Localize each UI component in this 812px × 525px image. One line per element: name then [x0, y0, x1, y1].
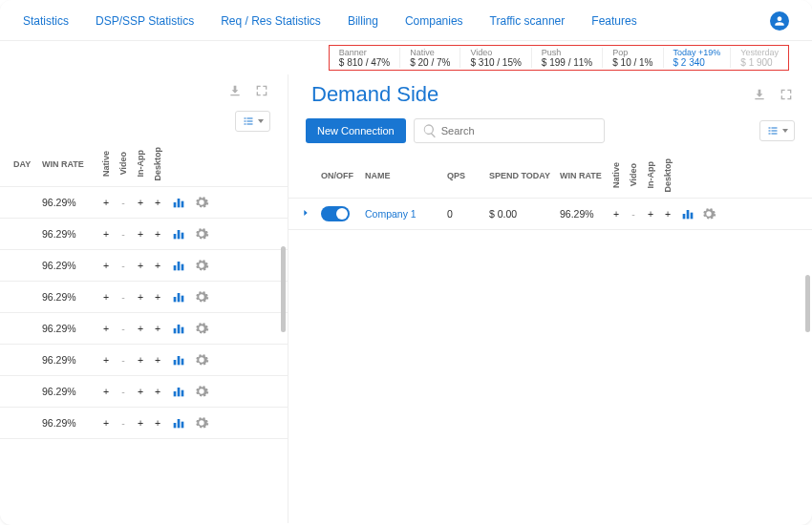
svg-rect-20 [182, 327, 184, 334]
desktop-cell: + [149, 228, 166, 240]
gear-icon[interactable] [193, 257, 210, 274]
stat-push: Push$ 199 / 11% [532, 48, 603, 68]
col-desktop[interactable]: Desktop [149, 147, 166, 181]
desktop-cell: + [149, 291, 166, 303]
scrollbar[interactable] [281, 246, 286, 332]
col-day[interactable]: DAY [0, 159, 38, 169]
native-cell: + [97, 417, 115, 429]
video-cell: - [115, 197, 132, 208]
download-icon[interactable] [226, 82, 244, 99]
gear-icon[interactable] [193, 225, 210, 242]
stat-today: Today +19%$ 2 340 [664, 48, 732, 68]
inapp-cell: + [132, 228, 149, 240]
col-inapp[interactable]: In-App [132, 150, 149, 178]
chevron-down-icon [782, 129, 788, 133]
top-nav: Statistics DSP/SSP Statistics Req / Res … [0, 0, 812, 41]
chart-icon[interactable] [170, 257, 187, 274]
chart-icon[interactable] [170, 414, 187, 431]
svg-rect-22 [178, 356, 181, 365]
nav-companies[interactable]: Companies [405, 14, 463, 28]
inapp-cell: + [132, 197, 149, 208]
col-video[interactable]: Video [625, 163, 642, 186]
stat-banner: Banner$ 810 / 47% [330, 48, 400, 68]
nav-dsp-ssp[interactable]: DSP/SSP Statistics [96, 14, 194, 28]
video-cell: - [115, 386, 132, 397]
nav-traffic-scanner[interactable]: Traffic scanner [490, 14, 566, 28]
chart-icon[interactable] [170, 351, 187, 368]
svg-rect-25 [178, 388, 181, 396]
new-connection-button[interactable]: New Connection [306, 118, 406, 143]
left-table: DAY WIN RATE Native Video In-App Desktop… [0, 141, 288, 439]
col-desktop[interactable]: Desktop [659, 158, 676, 193]
svg-rect-16 [178, 293, 181, 302]
gear-icon[interactable] [193, 288, 210, 305]
video-cell: - [115, 228, 132, 240]
chart-icon[interactable] [170, 288, 187, 305]
win-rate-cell: 96.29% [38, 323, 97, 334]
nav-statistics[interactable]: Statistics [23, 14, 69, 28]
inapp-cell: + [132, 354, 149, 366]
nav-features[interactable]: Features [591, 14, 636, 28]
desktop-cell: + [149, 417, 166, 429]
native-cell: + [97, 291, 115, 303]
col-onoff[interactable]: ON/OFF [317, 171, 361, 180]
table-row: 96.29% + - + + [0, 376, 288, 408]
gear-icon[interactable] [193, 320, 210, 337]
company-link[interactable]: Company 1 [361, 208, 443, 220]
chart-icon[interactable] [680, 205, 695, 222]
svg-rect-0 [245, 118, 246, 119]
scrollbar[interactable] [805, 275, 810, 332]
nav-req-res[interactable]: Req / Res Statistics [221, 14, 321, 28]
svg-rect-32 [769, 134, 771, 135]
expand-row-button[interactable] [288, 208, 317, 220]
chart-icon[interactable] [170, 383, 187, 400]
svg-rect-35 [772, 134, 778, 135]
list-style-button[interactable] [235, 111, 270, 132]
nav-billing[interactable]: Billing [348, 14, 378, 28]
col-name[interactable]: NAME [361, 171, 443, 180]
search-input[interactable] [414, 118, 605, 143]
svg-rect-21 [174, 360, 177, 365]
fullscreen-icon[interactable] [253, 82, 270, 99]
table-row: 96.29% + - + + [0, 187, 288, 219]
col-native[interactable]: Native [608, 162, 625, 188]
col-win-rate[interactable]: WIN RATE [38, 159, 97, 169]
inapp-cell: + [642, 208, 659, 220]
native-cell: + [97, 386, 115, 397]
account-icon[interactable] [770, 11, 789, 31]
col-qps[interactable]: QPS [443, 171, 485, 180]
chart-icon[interactable] [170, 320, 187, 337]
svg-rect-4 [247, 121, 253, 122]
chart-icon[interactable] [170, 194, 187, 211]
svg-rect-15 [174, 297, 177, 302]
col-native[interactable]: Native [97, 151, 115, 177]
gear-icon[interactable] [193, 414, 210, 431]
gear-icon[interactable] [193, 383, 210, 400]
stats-strip: Banner$ 810 / 47% Native$ 20 / 7% Video$… [0, 41, 812, 74]
col-spend[interactable]: SPEND TODAY [485, 171, 556, 180]
fullscreen-icon[interactable] [778, 86, 795, 103]
gear-icon[interactable] [193, 194, 210, 211]
svg-rect-12 [174, 265, 177, 270]
win-rate-cell: 96.29% [38, 417, 97, 429]
toggle-switch[interactable] [321, 206, 350, 221]
native-cell: + [97, 354, 115, 366]
desktop-cell: + [149, 354, 166, 366]
svg-rect-2 [245, 124, 246, 125]
table-row: 96.29% + - + + [0, 313, 288, 345]
native-cell: + [97, 228, 115, 240]
download-icon[interactable] [751, 86, 768, 103]
inapp-cell: + [132, 260, 149, 271]
win-rate-cell: 96.29% [38, 228, 97, 240]
chart-icon[interactable] [170, 225, 187, 242]
col-win[interactable]: WIN RATE [556, 171, 608, 180]
gear-icon[interactable] [193, 351, 210, 368]
video-cell: - [115, 291, 132, 303]
stat-native: Native$ 20 / 7% [400, 48, 460, 68]
inapp-cell: + [132, 323, 149, 334]
gear-icon[interactable] [701, 205, 716, 222]
list-style-button[interactable] [759, 120, 795, 141]
col-video[interactable]: Video [115, 152, 132, 175]
inapp-cell: + [132, 291, 149, 303]
col-inapp[interactable]: In-App [642, 161, 659, 189]
